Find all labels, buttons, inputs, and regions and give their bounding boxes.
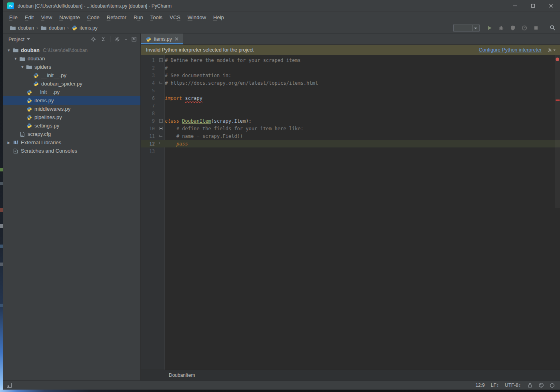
tree-item-spiders[interactable]: ▼spiders [3, 63, 140, 71]
chevron-right-icon[interactable]: ▶ [6, 141, 12, 145]
code-line-4[interactable]: 4# https://docs.scrapy.org/en/latest/top… [141, 79, 560, 87]
window-title: douban [C:\Users\dell\douban] - ...\doub… [18, 3, 172, 9]
close-button[interactable] [542, 0, 560, 12]
code-line-13[interactable]: 13 [141, 147, 560, 155]
tree-item-pipelines-py[interactable]: pipelines.py [3, 113, 140, 121]
tree-item-douban[interactable]: ▼doubanC:\Users\dell\douban [3, 46, 140, 54]
project-panel-title[interactable]: Project [8, 36, 24, 42]
code-text: # Define here the models for your scrape… [165, 58, 560, 63]
code-line-7[interactable]: 7 [141, 102, 560, 109]
menu-item-file[interactable]: File [6, 13, 21, 22]
code-editor[interactable]: 1# Define here the models for your scrap… [141, 55, 560, 370]
tab-items-py[interactable]: items.py [141, 34, 183, 44]
fold-marker-icon[interactable] [157, 58, 165, 62]
tree-item-path: C:\Users\dell\douban [43, 48, 88, 53]
menu-bar: FileEditViewNavigateCodeRefactorRunTools… [3, 12, 560, 22]
code-line-5[interactable]: 5 [141, 87, 560, 94]
code-line-2[interactable]: 2# [141, 64, 560, 72]
profiler-icon[interactable] [521, 24, 528, 32]
line-number: 9 [141, 118, 157, 124]
tree-item-label: settings.py [34, 123, 59, 129]
tree-item-douban[interactable]: ▼douban [3, 54, 140, 63]
python-icon [26, 89, 33, 96]
menu-item-vcs[interactable]: VCS [166, 13, 184, 22]
hide-icon[interactable] [131, 36, 137, 42]
debug-icon[interactable] [498, 24, 505, 32]
code-line-1[interactable]: 1# Define here the models for your scrap… [141, 56, 560, 64]
fold-marker-icon[interactable] [157, 127, 165, 130]
tree-item-scratches-and-consoles[interactable]: Scratches and Consoles [3, 147, 140, 155]
fold-marker-icon[interactable] [157, 136, 165, 137]
menu-item-edit[interactable]: Edit [21, 13, 37, 22]
breadcrumb-class[interactable]: DoubanItem [169, 372, 195, 378]
menu-item-run[interactable]: Run [130, 13, 147, 22]
breadcrumb-item-douban[interactable]: douban [8, 24, 35, 32]
menu-item-window[interactable]: Window [184, 13, 210, 22]
breadcrumb-item-items-py[interactable]: items.py [70, 24, 99, 32]
stop-icon[interactable] [532, 24, 540, 32]
code-line-6[interactable]: 6import scrapy [141, 94, 560, 102]
search-icon[interactable] [549, 24, 556, 32]
menu-item-code[interactable]: Code [84, 13, 103, 22]
line-number: 11 [141, 133, 157, 139]
desktop-wallpaper-strip [0, 0, 3, 392]
collapse-all-icon[interactable] [100, 36, 106, 42]
tree-item-items-py[interactable]: items.py [3, 96, 140, 105]
run-configuration-select[interactable] [453, 24, 480, 32]
tool-window-switcher-icon[interactable] [6, 382, 12, 388]
python-file-icon [145, 36, 152, 42]
tree-item-douban-spider-py[interactable]: douban_spider.py [3, 80, 140, 88]
lock-icon[interactable] [527, 382, 533, 388]
menu-item-help[interactable]: Help [210, 13, 228, 22]
minimize-button[interactable] [506, 0, 524, 12]
chevron-down-icon [474, 28, 477, 29]
settings-icon[interactable] [114, 36, 120, 42]
menu-item-navigate[interactable]: Navigate [56, 13, 83, 22]
maximize-button[interactable] [524, 0, 542, 12]
tree-item-label: __init__.py [34, 89, 60, 95]
folder-icon [26, 64, 33, 70]
caret-position-widget[interactable]: 12:9 [476, 382, 485, 388]
tree-item-middlewares-py[interactable]: middlewares.py [3, 105, 140, 113]
code-line-8[interactable]: 8 [141, 109, 560, 117]
close-tab-icon[interactable] [174, 37, 179, 42]
chevron-down-icon[interactable]: ▼ [12, 57, 19, 61]
chevron-down-icon[interactable]: ▼ [19, 65, 26, 69]
menu-item-tools[interactable]: Tools [147, 13, 166, 22]
line-number: 12 [141, 141, 157, 147]
scrollbar[interactable] [555, 55, 560, 208]
encoding-widget[interactable]: UTF-8↕ [505, 382, 521, 388]
inspections-icon[interactable] [538, 382, 544, 388]
tree-item-label: douban [28, 56, 45, 62]
tree-item-label: pipelines.py [34, 114, 62, 120]
tree-item-scrapy-cfg[interactable]: scrapy.cfg [3, 130, 140, 138]
menu-item-view[interactable]: View [37, 13, 56, 22]
run-icon[interactable] [486, 24, 493, 32]
line-separator-widget[interactable]: LF↕ [491, 382, 499, 388]
code-line-11[interactable]: 11 # name = scrapy.Field() [141, 132, 560, 140]
code-line-10[interactable]: 10 # define the fields for your item her… [141, 125, 560, 132]
fold-marker-icon[interactable] [157, 83, 165, 84]
fold-marker-icon[interactable] [157, 143, 165, 144]
event-log-icon[interactable] [549, 382, 555, 388]
code-line-9[interactable]: 9class DoubanItem(scrapy.Item): [141, 117, 560, 125]
error-indicator-icon[interactable] [556, 58, 559, 61]
locate-icon[interactable] [90, 36, 96, 42]
code-text: pass [165, 141, 560, 147]
gear-icon[interactable] [547, 48, 552, 53]
line-number: 6 [141, 96, 157, 101]
tree-item-settings-py[interactable]: settings.py [3, 121, 140, 130]
coverage-icon[interactable] [509, 24, 516, 32]
tree-item-init-py[interactable]: __init__.py [3, 71, 140, 80]
tree-item-external-libraries[interactable]: ▶External Libraries [3, 138, 140, 147]
breadcrumb-item-douban[interactable]: douban [39, 24, 66, 32]
code-line-12[interactable]: 12 pass [141, 140, 560, 147]
code-line-3[interactable]: 3# See documentation in: [141, 72, 560, 79]
chevron-down-icon[interactable]: ▼ [6, 48, 12, 52]
configure-interpreter-link[interactable]: Configure Python interpreter [479, 47, 542, 53]
fold-marker-icon[interactable] [157, 119, 165, 123]
error-stripe-mark[interactable] [556, 99, 560, 101]
project-panel-header: Project [3, 34, 140, 45]
tree-item-init-py[interactable]: __init__.py [3, 88, 140, 96]
menu-item-refactor[interactable]: Refactor [103, 13, 130, 22]
